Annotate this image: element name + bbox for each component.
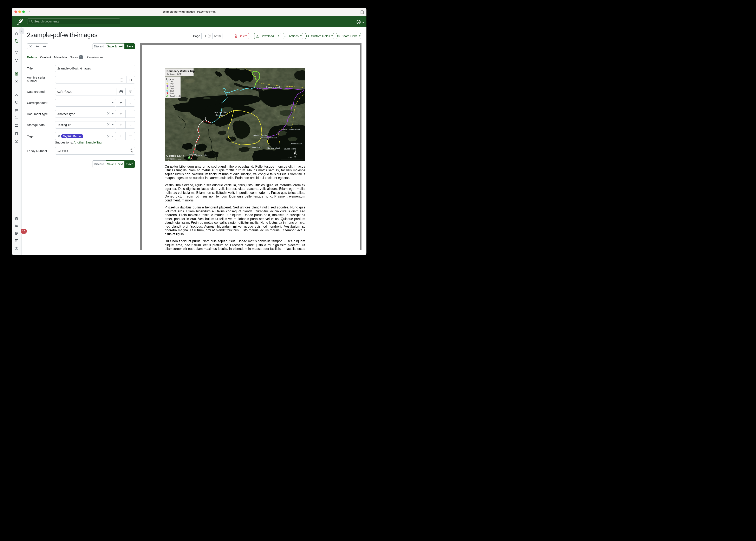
svg-text:Hausons Island: Hausons Island bbox=[266, 86, 280, 88]
svg-text:N: N bbox=[294, 156, 296, 158]
svg-text:Day 2: Day 2 bbox=[170, 83, 174, 85]
svg-text:Google Earth: Google Earth bbox=[166, 154, 184, 157]
svg-text:Six days in BWCA: Six days in BWCA bbox=[167, 73, 183, 75]
svg-text:Canoe Island: Canoe Island bbox=[251, 146, 262, 149]
svg-text:Entry Point 24: Entry Point 24 bbox=[170, 95, 181, 97]
svg-text:Norway Island: Norway Island bbox=[267, 147, 280, 149]
svg-text:Day 3: Day 3 bbox=[170, 85, 174, 87]
svg-text:Day 5: Day 5 bbox=[170, 90, 174, 92]
svg-text:Washington Island: Washington Island bbox=[261, 137, 277, 139]
svg-text:Image © 2017 DigitalGlobe: Image © 2017 DigitalGlobe bbox=[166, 159, 182, 161]
svg-text:Half Dog Island: Half Dog Island bbox=[253, 134, 267, 137]
svg-text:Indian Grave Island: Indian Grave Island bbox=[283, 128, 300, 131]
svg-text:3 mi: 3 mi bbox=[288, 157, 292, 159]
svg-text:Day 6: Day 6 bbox=[170, 92, 174, 94]
svg-text:Lincoln Island: Lincoln Island bbox=[290, 143, 302, 145]
svg-text:Day 4: Day 4 bbox=[170, 87, 174, 90]
svg-text:Legend: Legend bbox=[166, 78, 174, 80]
svg-text:Day 1: Day 1 bbox=[170, 80, 174, 83]
svg-text:Boundary Waters Trip: Boundary Waters Trip bbox=[167, 69, 195, 72]
svg-text:Gary Island: Gary Island bbox=[215, 114, 226, 116]
svg-text:New York Island: New York Island bbox=[214, 111, 228, 113]
svg-text:Squirrel Island: Squirrel Island bbox=[284, 148, 296, 150]
svg-text:Text: Text bbox=[232, 125, 237, 128]
svg-text:Charlies Island: Charlies Island bbox=[196, 154, 209, 156]
svg-text:© 2017 Google: © 2017 Google bbox=[166, 158, 175, 159]
